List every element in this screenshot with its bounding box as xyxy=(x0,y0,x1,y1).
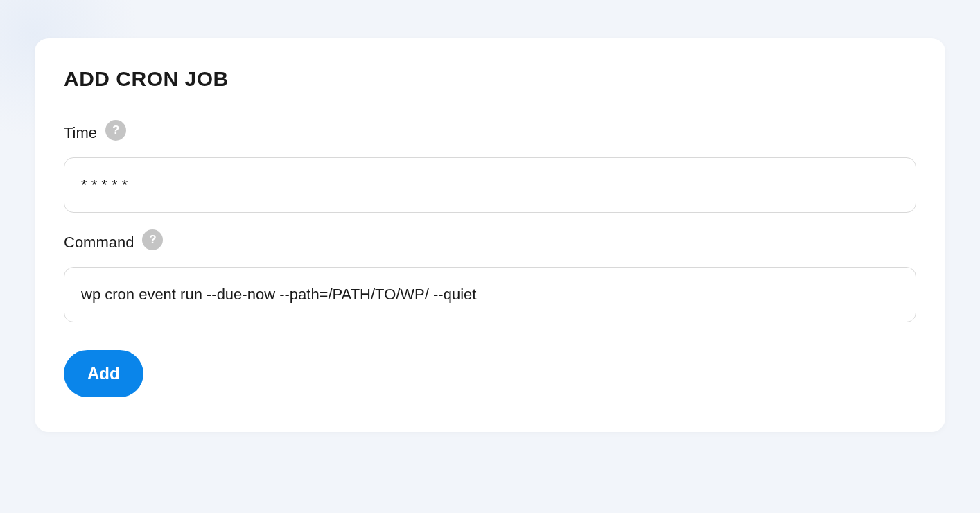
time-label: Time xyxy=(64,124,97,142)
card-title: ADD CRON JOB xyxy=(64,67,916,91)
command-label-row: Command ? xyxy=(64,234,916,252)
time-label-row: Time ? xyxy=(64,124,916,142)
command-input[interactable] xyxy=(64,267,916,322)
help-icon[interactable]: ? xyxy=(142,229,163,250)
command-label: Command xyxy=(64,234,134,252)
time-form-group: Time ? xyxy=(64,124,916,213)
add-button[interactable]: Add xyxy=(64,350,143,397)
time-input[interactable] xyxy=(64,157,916,213)
command-form-group: Command ? xyxy=(64,234,916,322)
help-icon[interactable]: ? xyxy=(105,120,126,141)
add-cron-job-card: ADD CRON JOB Time ? Command ? Add xyxy=(35,38,945,432)
